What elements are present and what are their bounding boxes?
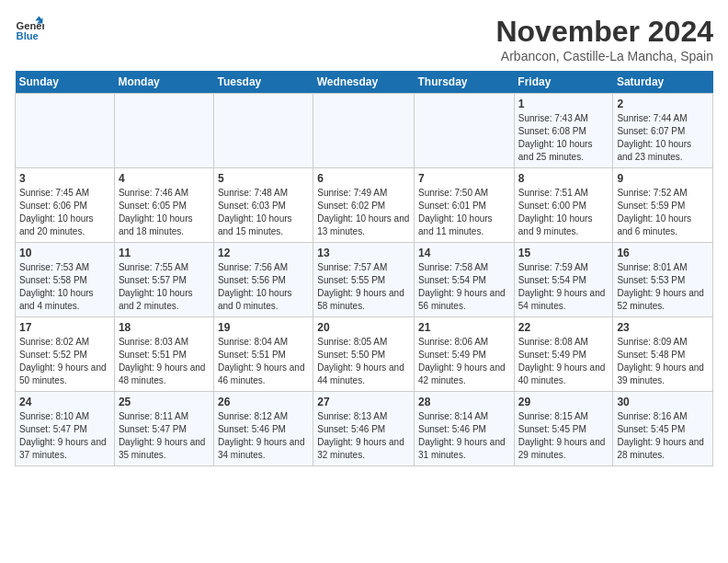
day-info: Sunrise: 7:53 AM Sunset: 5:58 PM Dayligh… bbox=[19, 261, 110, 313]
day-number: 13 bbox=[317, 247, 410, 259]
day-cell: 24Sunrise: 8:10 AM Sunset: 5:47 PM Dayli… bbox=[16, 392, 115, 466]
day-cell: 6Sunrise: 7:49 AM Sunset: 6:02 PM Daylig… bbox=[313, 168, 415, 243]
day-number: 12 bbox=[218, 247, 309, 259]
subtitle: Arbancon, Castille-La Mancha, Spain bbox=[495, 49, 713, 63]
day-info: Sunrise: 8:13 AM Sunset: 5:46 PM Dayligh… bbox=[317, 410, 410, 462]
day-cell bbox=[16, 94, 115, 168]
day-number: 28 bbox=[418, 396, 510, 408]
day-number: 19 bbox=[218, 321, 309, 334]
day-info: Sunrise: 7:49 AM Sunset: 6:02 PM Dayligh… bbox=[317, 187, 410, 238]
day-number: 7 bbox=[418, 172, 510, 185]
logo: General Blue bbox=[15, 15, 44, 44]
day-info: Sunrise: 7:46 AM Sunset: 6:05 PM Dayligh… bbox=[119, 187, 210, 238]
day-cell: 9Sunrise: 7:52 AM Sunset: 5:59 PM Daylig… bbox=[613, 168, 713, 243]
day-info: Sunrise: 7:50 AM Sunset: 6:01 PM Dayligh… bbox=[418, 187, 510, 238]
day-info: Sunrise: 8:05 AM Sunset: 5:50 PM Dayligh… bbox=[317, 336, 410, 387]
weekday-header-row: SundayMondayTuesdayWednesdayThursdayFrid… bbox=[16, 71, 713, 94]
day-number: 14 bbox=[418, 247, 510, 259]
day-info: Sunrise: 7:57 AM Sunset: 5:55 PM Dayligh… bbox=[317, 261, 410, 313]
day-info: Sunrise: 8:12 AM Sunset: 5:46 PM Dayligh… bbox=[218, 410, 309, 462]
calendar-table: SundayMondayTuesdayWednesdayThursdayFrid… bbox=[15, 71, 713, 466]
day-info: Sunrise: 7:44 AM Sunset: 6:07 PM Dayligh… bbox=[617, 112, 709, 164]
day-info: Sunrise: 7:48 AM Sunset: 6:03 PM Dayligh… bbox=[218, 187, 309, 238]
title-area: November 2024 Arbancon, Castille-La Manc… bbox=[495, 15, 713, 63]
day-number: 20 bbox=[317, 321, 410, 334]
day-number: 26 bbox=[218, 396, 309, 408]
day-cell: 10Sunrise: 7:53 AM Sunset: 5:58 PM Dayli… bbox=[16, 243, 115, 317]
day-cell: 4Sunrise: 7:46 AM Sunset: 6:05 PM Daylig… bbox=[114, 168, 213, 243]
day-cell: 30Sunrise: 8:16 AM Sunset: 5:45 PM Dayli… bbox=[613, 392, 713, 466]
day-number: 8 bbox=[518, 172, 609, 185]
day-cell: 12Sunrise: 7:56 AM Sunset: 5:56 PM Dayli… bbox=[213, 243, 313, 317]
day-number: 29 bbox=[518, 396, 609, 408]
day-info: Sunrise: 7:58 AM Sunset: 5:54 PM Dayligh… bbox=[418, 261, 510, 313]
day-number: 9 bbox=[617, 172, 709, 185]
weekday-friday: Friday bbox=[514, 71, 613, 94]
day-info: Sunrise: 8:06 AM Sunset: 5:49 PM Dayligh… bbox=[418, 336, 510, 387]
day-cell: 22Sunrise: 8:08 AM Sunset: 5:49 PM Dayli… bbox=[514, 317, 613, 392]
day-cell: 20Sunrise: 8:05 AM Sunset: 5:50 PM Dayli… bbox=[313, 317, 415, 392]
day-cell: 25Sunrise: 8:11 AM Sunset: 5:47 PM Dayli… bbox=[114, 392, 213, 466]
day-cell: 28Sunrise: 8:14 AM Sunset: 5:46 PM Dayli… bbox=[415, 392, 515, 466]
day-info: Sunrise: 8:01 AM Sunset: 5:53 PM Dayligh… bbox=[617, 261, 709, 313]
day-info: Sunrise: 8:03 AM Sunset: 5:51 PM Dayligh… bbox=[119, 336, 210, 387]
day-cell: 5Sunrise: 7:48 AM Sunset: 6:03 PM Daylig… bbox=[213, 168, 313, 243]
day-number: 15 bbox=[518, 247, 609, 259]
week-row-4: 17Sunrise: 8:02 AM Sunset: 5:52 PM Dayli… bbox=[16, 317, 713, 392]
day-number: 3 bbox=[19, 172, 110, 185]
day-info: Sunrise: 7:45 AM Sunset: 6:06 PM Dayligh… bbox=[19, 187, 110, 238]
day-info: Sunrise: 8:16 AM Sunset: 5:45 PM Dayligh… bbox=[617, 410, 709, 462]
day-info: Sunrise: 7:55 AM Sunset: 5:57 PM Dayligh… bbox=[119, 261, 210, 313]
day-number: 30 bbox=[617, 396, 709, 408]
day-cell bbox=[415, 94, 515, 168]
day-info: Sunrise: 8:10 AM Sunset: 5:47 PM Dayligh… bbox=[19, 410, 110, 462]
day-cell: 8Sunrise: 7:51 AM Sunset: 6:00 PM Daylig… bbox=[514, 168, 613, 243]
day-number: 17 bbox=[19, 321, 110, 334]
day-number: 27 bbox=[317, 396, 410, 408]
day-info: Sunrise: 8:15 AM Sunset: 5:45 PM Dayligh… bbox=[518, 410, 609, 462]
day-cell: 2Sunrise: 7:44 AM Sunset: 6:07 PM Daylig… bbox=[613, 94, 713, 168]
header: General Blue November 2024 Arbancon, Cas… bbox=[15, 15, 713, 63]
weekday-saturday: Saturday bbox=[613, 71, 713, 94]
calendar-body: 1Sunrise: 7:43 AM Sunset: 6:08 PM Daylig… bbox=[16, 94, 713, 466]
week-row-1: 1Sunrise: 7:43 AM Sunset: 6:08 PM Daylig… bbox=[16, 94, 713, 168]
day-cell: 17Sunrise: 8:02 AM Sunset: 5:52 PM Dayli… bbox=[16, 317, 115, 392]
day-info: Sunrise: 7:59 AM Sunset: 5:54 PM Dayligh… bbox=[518, 261, 609, 313]
day-cell: 18Sunrise: 8:03 AM Sunset: 5:51 PM Dayli… bbox=[114, 317, 213, 392]
day-cell bbox=[213, 94, 313, 168]
weekday-sunday: Sunday bbox=[16, 71, 115, 94]
day-number: 6 bbox=[317, 172, 410, 185]
day-cell: 13Sunrise: 7:57 AM Sunset: 5:55 PM Dayli… bbox=[313, 243, 415, 317]
weekday-wednesday: Wednesday bbox=[313, 71, 415, 94]
day-cell: 16Sunrise: 8:01 AM Sunset: 5:53 PM Dayli… bbox=[613, 243, 713, 317]
day-cell: 7Sunrise: 7:50 AM Sunset: 6:01 PM Daylig… bbox=[415, 168, 515, 243]
weekday-monday: Monday bbox=[114, 71, 213, 94]
day-number: 24 bbox=[19, 396, 110, 408]
day-cell: 21Sunrise: 8:06 AM Sunset: 5:49 PM Dayli… bbox=[415, 317, 515, 392]
day-number: 22 bbox=[518, 321, 609, 334]
month-title: November 2024 bbox=[495, 15, 713, 49]
day-cell: 15Sunrise: 7:59 AM Sunset: 5:54 PM Dayli… bbox=[514, 243, 613, 317]
day-info: Sunrise: 8:02 AM Sunset: 5:52 PM Dayligh… bbox=[19, 336, 110, 387]
weekday-tuesday: Tuesday bbox=[213, 71, 313, 94]
day-number: 25 bbox=[119, 396, 210, 408]
day-number: 23 bbox=[617, 321, 709, 334]
week-row-5: 24Sunrise: 8:10 AM Sunset: 5:47 PM Dayli… bbox=[16, 392, 713, 466]
day-number: 11 bbox=[119, 247, 210, 259]
week-row-3: 10Sunrise: 7:53 AM Sunset: 5:58 PM Dayli… bbox=[16, 243, 713, 317]
day-number: 5 bbox=[218, 172, 309, 185]
day-cell: 11Sunrise: 7:55 AM Sunset: 5:57 PM Dayli… bbox=[114, 243, 213, 317]
weekday-thursday: Thursday bbox=[415, 71, 515, 94]
day-cell: 3Sunrise: 7:45 AM Sunset: 6:06 PM Daylig… bbox=[16, 168, 115, 243]
day-cell: 19Sunrise: 8:04 AM Sunset: 5:51 PM Dayli… bbox=[213, 317, 313, 392]
day-info: Sunrise: 8:09 AM Sunset: 5:48 PM Dayligh… bbox=[617, 336, 709, 387]
day-cell: 27Sunrise: 8:13 AM Sunset: 5:46 PM Dayli… bbox=[313, 392, 415, 466]
day-info: Sunrise: 8:08 AM Sunset: 5:49 PM Dayligh… bbox=[518, 336, 609, 387]
day-info: Sunrise: 8:04 AM Sunset: 5:51 PM Dayligh… bbox=[218, 336, 309, 387]
day-number: 10 bbox=[19, 247, 110, 259]
week-row-2: 3Sunrise: 7:45 AM Sunset: 6:06 PM Daylig… bbox=[16, 168, 713, 243]
day-number: 1 bbox=[518, 98, 609, 110]
day-info: Sunrise: 7:56 AM Sunset: 5:56 PM Dayligh… bbox=[218, 261, 309, 313]
day-cell bbox=[313, 94, 415, 168]
day-cell bbox=[114, 94, 213, 168]
